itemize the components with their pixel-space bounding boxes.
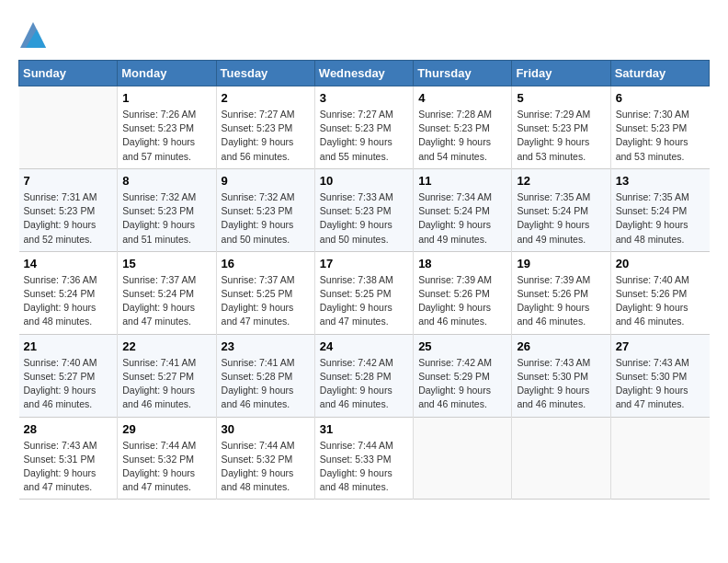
day-number: 24 [320, 339, 408, 353]
calendar-cell: 3Sunrise: 7:27 AM Sunset: 5:23 PM Daylig… [314, 86, 413, 169]
week-row-5: 28Sunrise: 7:43 AM Sunset: 5:31 PM Dayli… [19, 417, 710, 500]
calendar-cell: 14Sunrise: 7:36 AM Sunset: 5:24 PM Dayli… [19, 251, 118, 334]
day-info: Sunrise: 7:27 AM Sunset: 5:23 PM Dayligh… [320, 108, 408, 164]
header-cell-tuesday: Tuesday [216, 61, 314, 86]
calendar-cell: 4Sunrise: 7:28 AM Sunset: 5:23 PM Daylig… [414, 86, 512, 169]
day-number: 25 [418, 339, 506, 353]
day-number: 20 [616, 257, 705, 270]
calendar-cell: 25Sunrise: 7:42 AM Sunset: 5:29 PM Dayli… [414, 334, 512, 417]
calendar-cell [512, 417, 610, 500]
day-info: Sunrise: 7:37 AM Sunset: 5:25 PM Dayligh… [222, 273, 310, 329]
calendar-cell: 23Sunrise: 7:41 AM Sunset: 5:28 PM Dayli… [216, 334, 314, 417]
calendar-cell: 5Sunrise: 7:29 AM Sunset: 5:23 PM Daylig… [512, 86, 610, 169]
page-container: SundayMondayTuesdayWednesdayThursdayFrid… [18, 18, 710, 500]
calendar-cell: 2Sunrise: 7:27 AM Sunset: 5:23 PM Daylig… [216, 86, 314, 169]
day-info: Sunrise: 7:32 AM Sunset: 5:23 PM Dayligh… [222, 190, 310, 247]
day-info: Sunrise: 7:35 AM Sunset: 5:24 PM Dayligh… [517, 190, 605, 247]
calendar-cell: 22Sunrise: 7:41 AM Sunset: 5:27 PM Dayli… [118, 334, 216, 417]
day-number: 3 [320, 91, 408, 105]
day-number: 4 [418, 91, 506, 105]
day-info: Sunrise: 7:44 AM Sunset: 5:32 PM Dayligh… [122, 439, 210, 495]
calendar-header: SundayMondayTuesdayWednesdayThursdayFrid… [19, 61, 710, 86]
calendar-cell: 8Sunrise: 7:32 AM Sunset: 5:23 PM Daylig… [118, 168, 216, 251]
day-number: 18 [418, 257, 506, 270]
day-info: Sunrise: 7:35 AM Sunset: 5:24 PM Dayligh… [616, 190, 705, 247]
day-number: 22 [122, 339, 210, 353]
day-number: 5 [517, 91, 605, 105]
day-number: 10 [320, 174, 408, 188]
day-number: 6 [616, 91, 705, 105]
calendar-cell: 10Sunrise: 7:33 AM Sunset: 5:23 PM Dayli… [314, 168, 413, 251]
day-info: Sunrise: 7:41 AM Sunset: 5:28 PM Dayligh… [222, 356, 310, 412]
header-cell-saturday: Saturday [610, 61, 709, 86]
calendar-cell: 24Sunrise: 7:42 AM Sunset: 5:28 PM Dayli… [314, 334, 413, 417]
week-row-1: 1Sunrise: 7:26 AM Sunset: 5:23 PM Daylig… [19, 86, 710, 169]
calendar-cell: 19Sunrise: 7:39 AM Sunset: 5:26 PM Dayli… [512, 251, 610, 334]
day-info: Sunrise: 7:34 AM Sunset: 5:24 PM Dayligh… [418, 190, 506, 247]
calendar-cell: 21Sunrise: 7:40 AM Sunset: 5:27 PM Dayli… [19, 334, 118, 417]
calendar-table: SundayMondayTuesdayWednesdayThursdayFrid… [18, 60, 710, 500]
day-number: 28 [24, 422, 113, 436]
calendar-cell: 28Sunrise: 7:43 AM Sunset: 5:31 PM Dayli… [19, 417, 118, 500]
header-cell-wednesday: Wednesday [314, 61, 413, 86]
header-cell-thursday: Thursday [414, 61, 512, 86]
day-info: Sunrise: 7:43 AM Sunset: 5:30 PM Dayligh… [517, 356, 605, 412]
day-info: Sunrise: 7:27 AM Sunset: 5:23 PM Dayligh… [222, 108, 310, 164]
calendar-cell: 11Sunrise: 7:34 AM Sunset: 5:24 PM Dayli… [414, 168, 512, 251]
week-row-3: 14Sunrise: 7:36 AM Sunset: 5:24 PM Dayli… [19, 251, 710, 334]
day-info: Sunrise: 7:32 AM Sunset: 5:23 PM Dayligh… [122, 190, 210, 247]
day-info: Sunrise: 7:28 AM Sunset: 5:23 PM Dayligh… [418, 108, 506, 164]
day-info: Sunrise: 7:31 AM Sunset: 5:23 PM Dayligh… [24, 190, 113, 247]
day-number: 8 [122, 174, 210, 188]
day-number: 19 [517, 257, 605, 270]
calendar-cell: 29Sunrise: 7:44 AM Sunset: 5:32 PM Dayli… [118, 417, 216, 500]
calendar-cell: 20Sunrise: 7:40 AM Sunset: 5:26 PM Dayli… [610, 251, 709, 334]
day-number: 16 [222, 257, 310, 270]
day-info: Sunrise: 7:44 AM Sunset: 5:32 PM Dayligh… [222, 439, 310, 495]
day-info: Sunrise: 7:30 AM Sunset: 5:23 PM Dayligh… [616, 108, 705, 164]
calendar-cell: 18Sunrise: 7:39 AM Sunset: 5:26 PM Dayli… [414, 251, 512, 334]
day-info: Sunrise: 7:43 AM Sunset: 5:30 PM Dayligh… [616, 356, 705, 412]
calendar-cell [19, 86, 118, 169]
calendar-cell: 7Sunrise: 7:31 AM Sunset: 5:23 PM Daylig… [19, 168, 118, 251]
day-info: Sunrise: 7:26 AM Sunset: 5:23 PM Dayligh… [122, 108, 210, 164]
calendar-cell: 30Sunrise: 7:44 AM Sunset: 5:32 PM Dayli… [216, 417, 314, 500]
calendar-cell [610, 417, 709, 500]
day-info: Sunrise: 7:43 AM Sunset: 5:31 PM Dayligh… [24, 439, 113, 495]
day-info: Sunrise: 7:40 AM Sunset: 5:27 PM Dayligh… [24, 356, 113, 412]
day-info: Sunrise: 7:38 AM Sunset: 5:25 PM Dayligh… [320, 273, 408, 329]
day-info: Sunrise: 7:42 AM Sunset: 5:29 PM Dayligh… [418, 356, 506, 412]
calendar-cell: 16Sunrise: 7:37 AM Sunset: 5:25 PM Dayli… [216, 251, 314, 334]
day-number: 26 [517, 339, 605, 353]
day-number: 1 [122, 91, 210, 105]
day-info: Sunrise: 7:39 AM Sunset: 5:26 PM Dayligh… [418, 273, 506, 329]
day-number: 2 [222, 91, 310, 105]
calendar-cell: 6Sunrise: 7:30 AM Sunset: 5:23 PM Daylig… [610, 86, 709, 169]
day-info: Sunrise: 7:33 AM Sunset: 5:23 PM Dayligh… [320, 190, 408, 247]
day-info: Sunrise: 7:42 AM Sunset: 5:28 PM Dayligh… [320, 356, 408, 412]
calendar-cell: 15Sunrise: 7:37 AM Sunset: 5:24 PM Dayli… [118, 251, 216, 334]
day-number: 14 [24, 257, 113, 270]
day-number: 30 [222, 422, 310, 436]
day-number: 9 [222, 174, 310, 188]
logo-icon [20, 22, 46, 48]
day-number: 13 [616, 174, 705, 188]
calendar-cell: 1Sunrise: 7:26 AM Sunset: 5:23 PM Daylig… [118, 86, 216, 169]
day-number: 7 [24, 174, 113, 188]
day-number: 29 [122, 422, 210, 436]
logo [18, 22, 46, 52]
day-number: 27 [616, 339, 705, 353]
header-cell-sunday: Sunday [19, 61, 118, 86]
header [18, 18, 710, 52]
day-info: Sunrise: 7:41 AM Sunset: 5:27 PM Dayligh… [122, 356, 210, 412]
day-info: Sunrise: 7:29 AM Sunset: 5:23 PM Dayligh… [517, 108, 605, 164]
day-number: 11 [418, 174, 506, 188]
day-info: Sunrise: 7:37 AM Sunset: 5:24 PM Dayligh… [122, 273, 210, 329]
calendar-cell: 9Sunrise: 7:32 AM Sunset: 5:23 PM Daylig… [216, 168, 314, 251]
calendar-cell: 17Sunrise: 7:38 AM Sunset: 5:25 PM Dayli… [314, 251, 413, 334]
day-number: 17 [320, 257, 408, 270]
calendar-body: 1Sunrise: 7:26 AM Sunset: 5:23 PM Daylig… [19, 86, 710, 500]
day-number: 21 [24, 339, 113, 353]
day-number: 15 [122, 257, 210, 270]
day-number: 23 [222, 339, 310, 353]
